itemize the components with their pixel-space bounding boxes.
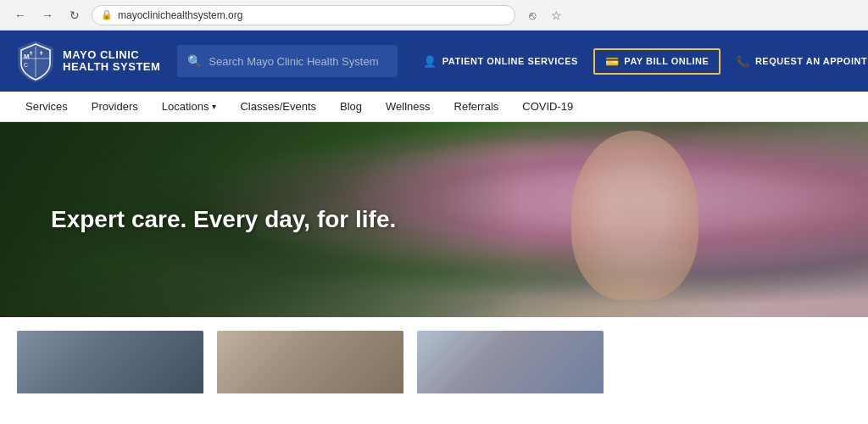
patient-services-label: PATIENT ONLINE SERVICES (442, 56, 578, 66)
svg-text:✝: ✝ (29, 51, 33, 56)
nav-label-locations: Locations (162, 100, 209, 113)
back-icon: ← (14, 8, 26, 22)
nav-label-services: Services (25, 100, 68, 113)
nav-label-wellness: Wellness (386, 100, 431, 113)
person-icon: 👤 (423, 55, 437, 68)
nav-item-covid19[interactable]: COVID-19 (510, 92, 585, 122)
reload-button[interactable]: ↻ (64, 5, 85, 25)
card-1[interactable] (17, 331, 203, 393)
logo-text: MAYO CLINIC HEALTH SYSTEM (63, 49, 160, 74)
reload-icon: ↻ (70, 8, 80, 22)
cards-row (0, 317, 868, 393)
share-icon: ⎋ (529, 8, 536, 22)
search-input[interactable] (209, 55, 387, 68)
back-button[interactable]: ← (10, 5, 31, 25)
header-right-actions: 👤 PATIENT ONLINE SERVICES 💳 PAY BILL ONL… (415, 48, 868, 75)
nav-item-blog[interactable]: Blog (328, 92, 374, 122)
url-text: mayoclinichealthsystem.org (118, 9, 242, 21)
star-icon: ☆ (551, 8, 562, 22)
hero-tagline: Expert care. Every day, for life. (51, 206, 396, 233)
nav-label-covid19: COVID-19 (522, 100, 573, 113)
site-header: M C ✝ ✝ MAYO CLINIC HEALTH SYSTEM 🔍 👤 PA… (0, 31, 868, 92)
address-bar[interactable]: 🔒 mayoclinichealthsystem.org (92, 5, 515, 25)
nav-label-referrals: Referrals (454, 100, 499, 113)
logo[interactable]: M C ✝ ✝ MAYO CLINIC HEALTH SYSTEM (17, 40, 160, 82)
nav-label-blog: Blog (340, 100, 362, 113)
request-appt-label: REQUEST AN APPOINT (755, 56, 867, 66)
credit-card-icon: 💳 (605, 55, 620, 68)
forward-icon: → (42, 8, 53, 22)
nav-label-classes-events: Classes/Events (240, 100, 316, 113)
svg-text:C: C (24, 62, 28, 68)
card-2[interactable] (217, 331, 403, 393)
nav-item-referrals[interactable]: Referrals (442, 92, 511, 122)
lock-icon: 🔒 (101, 9, 113, 20)
hero-content: Expert care. Every day, for life. (0, 122, 868, 317)
nav-label-providers: Providers (92, 100, 138, 113)
main-navigation: Services Providers Locations ▾ Classes/E… (0, 92, 868, 122)
share-button[interactable]: ⎋ (522, 5, 542, 25)
nav-item-wellness[interactable]: Wellness (374, 92, 442, 122)
logo-line1: MAYO CLINIC (63, 49, 160, 61)
card-3[interactable] (417, 331, 604, 393)
pay-bill-button[interactable]: 💳 PAY BILL ONLINE (593, 48, 721, 75)
nav-item-locations[interactable]: Locations ▾ (150, 92, 229, 122)
logo-shield-icon: M C ✝ ✝ (17, 40, 54, 82)
nav-item-services[interactable]: Services (14, 92, 80, 122)
search-bar[interactable]: 🔍 (177, 45, 398, 77)
browser-chrome: ← → ↻ 🔒 mayoclinichealthsystem.org ⎋ ☆ (0, 0, 868, 31)
pay-bill-label: PAY BILL ONLINE (624, 56, 709, 66)
svg-text:✝: ✝ (39, 51, 43, 56)
phone-icon: 📞 (736, 55, 750, 68)
nav-item-classes-events[interactable]: Classes/Events (228, 92, 328, 122)
request-appointment-button[interactable]: 📞 REQUEST AN APPOINT (727, 50, 868, 73)
logo-line2: HEALTH SYSTEM (63, 61, 160, 73)
browser-actions: ⎋ ☆ (522, 5, 566, 25)
chevron-down-icon: ▾ (212, 102, 216, 111)
bookmark-button[interactable]: ☆ (546, 5, 566, 25)
nav-item-providers[interactable]: Providers (80, 92, 150, 122)
search-icon: 🔍 (187, 54, 202, 68)
hero-banner: Expert care. Every day, for life. (0, 122, 868, 317)
patient-services-button[interactable]: 👤 PATIENT ONLINE SERVICES (415, 50, 587, 73)
forward-button[interactable]: → (37, 5, 58, 25)
